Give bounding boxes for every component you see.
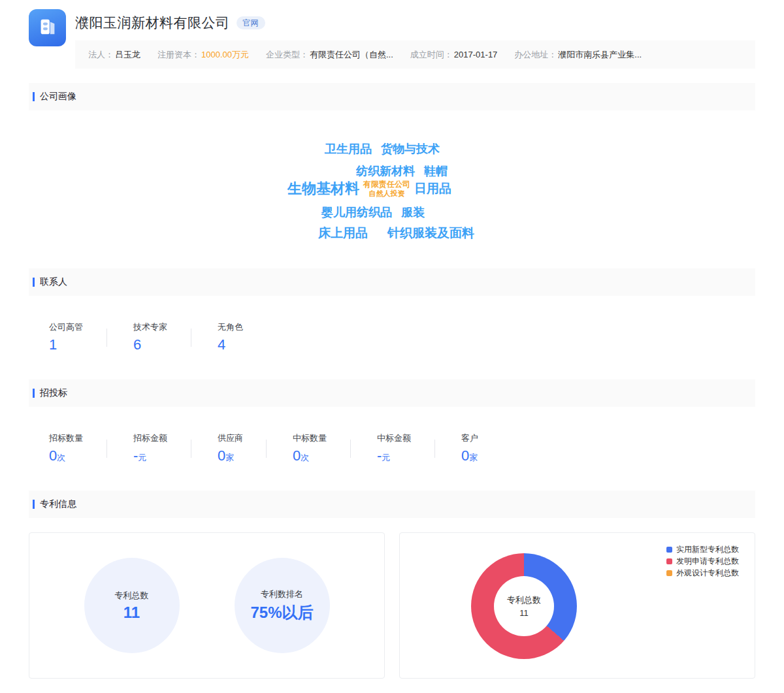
legend-item-invention[interactable]: 发明申请专利总数	[666, 557, 739, 566]
donut-center: 专利总数 11	[494, 576, 554, 636]
word-cloud-word: 日用品	[414, 180, 451, 197]
info-founding-date: 成立时间： 2017-01-17	[410, 49, 498, 61]
stat-unit: 家	[225, 453, 234, 462]
legend-swatch	[666, 547, 672, 553]
stat-value: 0	[49, 447, 57, 464]
divider	[191, 440, 191, 458]
patent-summary-card: 专利总数 11 专利数排名 75%以后	[29, 532, 385, 679]
patent-total-circle: 专利总数 11	[84, 558, 180, 653]
stat-tech-experts: 技术专家 6	[133, 321, 191, 353]
stat-value: 0	[461, 447, 469, 464]
divider	[434, 440, 435, 458]
legend-item-utility[interactable]: 实用新型专利总数	[666, 545, 739, 554]
divider	[106, 440, 107, 458]
word-cloud-word: 鞋帽	[424, 163, 448, 179]
company-logo	[29, 9, 66, 46]
stat-win-count: 中标数量 0次	[293, 432, 350, 464]
stat-value: 0	[293, 447, 301, 464]
contacts-stats: 公司高管 1 技术专家 6 无角色 4	[49, 321, 275, 353]
word-cloud-line: 卫生用品 货物与技术	[325, 141, 440, 157]
section-header-patents: 专利信息	[29, 491, 755, 518]
divider	[106, 329, 107, 347]
patent-chart-card: 专利总数 11 实用新型专利总数 发明申请专利总数 外观设计专利总数	[399, 532, 755, 679]
stat-value: 0	[218, 447, 225, 464]
word-cloud-line: 床上用品 针织服装及面料	[318, 225, 474, 242]
word-cloud-word: 货物与技术	[381, 141, 440, 157]
stat-unit: 次	[57, 453, 65, 462]
stat-tender-amount: 招标金额 -元	[133, 432, 191, 464]
legend-swatch	[666, 570, 672, 576]
divider	[266, 440, 267, 458]
stat-executives: 公司高管 1	[49, 321, 106, 353]
company-profile-page: 濮阳玉润新材料有限公司 官网 法人： 吕玉龙 注册资本： 1000.00万元 企…	[0, 0, 784, 693]
patent-donut-chart: 专利总数 11	[471, 553, 577, 659]
word-cloud-word: 卫生用品	[325, 141, 372, 157]
official-site-badge[interactable]: 官网	[237, 16, 265, 29]
stat-customers: 客户 0家	[461, 432, 519, 464]
word-cloud-line: 纺织新材料 鞋帽	[356, 163, 448, 179]
word-cloud-line: 婴儿用纺织品 服装	[321, 204, 425, 220]
stat-win-amount: 中标金额 -元	[377, 432, 434, 464]
legend-item-design[interactable]: 外观设计专利总数	[666, 569, 739, 577]
word-cloud-word: 纺织新材料	[356, 163, 415, 179]
word-cloud-line: 生物基材料 有限责任公司 自然人投资 日用品	[287, 179, 451, 199]
word-cloud-word: 针织服装及面料	[387, 225, 474, 242]
stat-unit: 元	[382, 453, 390, 462]
company-title-row: 濮阳玉润新材料有限公司 官网	[75, 14, 265, 32]
stat-unit: 次	[301, 453, 309, 462]
stat-unit: 家	[469, 453, 478, 462]
stat-suppliers: 供应商 0家	[218, 432, 266, 464]
info-company-type: 企业类型： 有限责任公司（自然...	[266, 49, 393, 61]
stat-value: 6	[133, 336, 141, 353]
chart-legend: 实用新型专利总数 发明申请专利总数 外观设计专利总数	[666, 545, 739, 577]
word-cloud-small-words: 有限责任公司 自然人投资	[363, 180, 410, 199]
stat-tender-count: 招标数量 0次	[49, 432, 106, 464]
patent-rank-circle: 专利数排名 75%以后	[235, 558, 330, 653]
legend-swatch	[666, 558, 672, 564]
bidding-stats: 招标数量 0次 招标金额 -元 供应商 0家 中标数量 0次 中标金额 -元 客…	[49, 432, 519, 464]
section-header-bidding: 招投标	[29, 379, 755, 407]
word-cloud-word: 自然人投资	[369, 189, 405, 199]
stat-value: 4	[218, 336, 225, 353]
stat-no-role: 无角色 4	[218, 321, 275, 353]
word-cloud-word: 有限责任公司	[363, 180, 410, 189]
section-bar	[33, 500, 35, 509]
word-cloud-word: 生物基材料	[287, 179, 359, 199]
info-office-address: 办公地址： 濮阳市南乐县产业集...	[514, 49, 642, 61]
company-info-bar: 法人： 吕玉龙 注册资本： 1000.00万元 企业类型： 有限责任公司（自然.…	[75, 40, 755, 69]
divider	[191, 329, 191, 347]
stat-value: 1	[49, 336, 57, 353]
word-cloud-word: 服装	[401, 204, 425, 220]
building-icon	[37, 16, 59, 40]
word-cloud-word: 婴儿用纺织品	[321, 204, 392, 220]
company-name: 濮阳玉润新材料有限公司	[75, 14, 230, 32]
section-bar	[33, 389, 35, 398]
section-header-contacts: 联系人	[29, 268, 755, 296]
section-bar	[33, 92, 35, 101]
divider	[350, 440, 351, 458]
stat-unit: 元	[138, 453, 146, 462]
section-bar	[33, 278, 35, 287]
info-legal-person: 法人： 吕玉龙	[88, 49, 140, 61]
section-header-portrait: 公司画像	[29, 83, 755, 110]
info-registered-capital: 注册资本： 1000.00万元	[157, 49, 249, 61]
word-cloud-word: 床上用品	[318, 225, 368, 242]
